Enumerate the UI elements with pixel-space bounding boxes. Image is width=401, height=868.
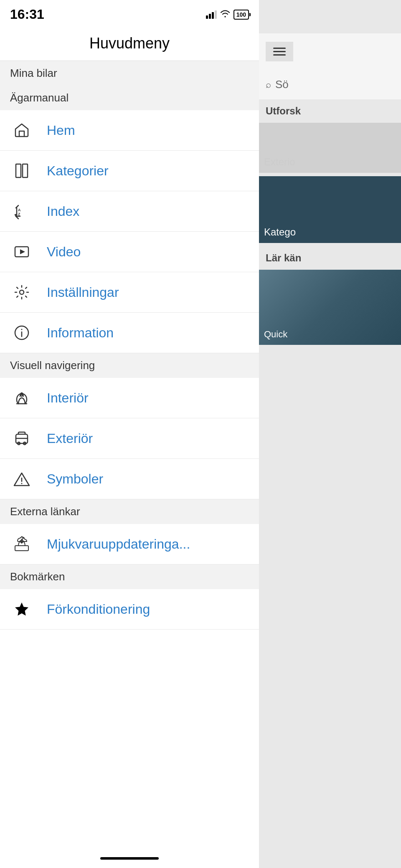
quick-card: Quick	[259, 270, 401, 345]
hamburger-area	[259, 33, 401, 70]
wifi-icon	[220, 9, 230, 20]
video-label: Video	[47, 244, 81, 260]
info-icon	[10, 324, 33, 342]
hamburger-line-1	[273, 48, 286, 49]
menu-item-kategorier[interactable]: Kategorier	[0, 151, 259, 191]
search-icon-right: ⌕	[266, 79, 271, 90]
menu-item-installningar[interactable]: Inställningar	[0, 272, 259, 313]
menu-item-hem[interactable]: Hem	[0, 110, 259, 151]
svg-text:Z: Z	[18, 212, 20, 216]
exterior-label: Exteriör	[47, 431, 93, 446]
svg-marker-9	[20, 249, 25, 254]
menu-item-information[interactable]: Information	[0, 313, 259, 353]
section-visuell-navigering: Visuell navigering	[0, 353, 259, 378]
kategorier-label: Kategorier	[47, 163, 109, 179]
interior-label: Interiör	[47, 390, 89, 406]
menu-item-video[interactable]: Video	[0, 232, 259, 272]
signal-icon	[206, 10, 217, 19]
home-icon	[10, 121, 33, 139]
hamburger-line-2	[273, 51, 286, 52]
warning-icon	[10, 470, 33, 488]
menu-item-exterior[interactable]: Exteriör	[0, 418, 259, 459]
search-bar-partial: ⌕ Sö	[259, 70, 401, 99]
index-label: Index	[47, 204, 79, 219]
update-icon	[10, 535, 33, 553]
svg-point-13	[21, 329, 23, 330]
interior-icon	[10, 389, 33, 407]
section-bokmarken: Bokmärken	[0, 564, 259, 589]
menu-item-symboler[interactable]: Symboler	[0, 459, 259, 499]
section-mina-bilar: Mina bilar	[0, 61, 259, 86]
exterior-card: Exterio	[259, 123, 401, 173]
svg-text:A: A	[18, 208, 21, 212]
svg-rect-0	[16, 164, 21, 177]
installningar-label: Inställningar	[47, 285, 119, 300]
video-icon	[10, 243, 33, 261]
header: Huvudmeny	[0, 26, 259, 61]
settings-icon	[10, 283, 33, 301]
menu-item-mjukvaruuppdatering[interactable]: Mjukvaruuppdateringa...	[0, 524, 259, 564]
information-label: Information	[47, 325, 114, 341]
hamburger-line-3	[273, 54, 286, 56]
menu-item-forkonditionering[interactable]: Förkonditionering	[0, 589, 259, 630]
exterior-icon	[10, 429, 33, 448]
menu-item-interior[interactable]: Interiör	[0, 378, 259, 418]
status-time: 16:31	[10, 7, 44, 22]
forkonditionering-label: Förkonditionering	[47, 602, 150, 617]
svg-rect-21	[15, 546, 28, 551]
symboler-label: Symboler	[47, 471, 103, 487]
categories-icon	[10, 162, 33, 180]
hem-label: Hem	[47, 123, 75, 138]
menu-item-index[interactable]: A Z Index	[0, 191, 259, 232]
menu-panel: 16:31	[0, 0, 259, 868]
home-indicator	[100, 857, 159, 860]
lar-kanna-label: Lär kän	[259, 246, 401, 270]
search-text-partial: Sö	[275, 78, 289, 91]
utforsk-label: Utforsk	[259, 99, 401, 123]
section-externa-lankar: Externa länkar	[0, 499, 259, 524]
status-bar: 16:31	[0, 0, 259, 26]
mjukvaruuppdatering-label: Mjukvaruuppdateringa...	[47, 536, 190, 552]
star-icon	[10, 600, 33, 618]
bottom-bar	[0, 849, 259, 868]
svg-rect-1	[23, 164, 28, 177]
section-agermanual: Ägarmanual	[0, 86, 259, 110]
index-icon: A Z	[10, 202, 33, 220]
svg-point-10	[20, 290, 24, 294]
svg-marker-22	[15, 602, 28, 615]
right-panel: ⌕ Sö Utforsk Exterio Katego Lär kän Quic…	[259, 0, 401, 868]
kategorier-card: Katego	[259, 176, 401, 243]
hamburger-button[interactable]	[266, 42, 293, 61]
battery-icon: 100	[233, 10, 249, 20]
svg-point-20	[21, 483, 23, 484]
status-icons: 100	[206, 9, 249, 20]
page-title: Huvudmeny	[89, 35, 170, 52]
